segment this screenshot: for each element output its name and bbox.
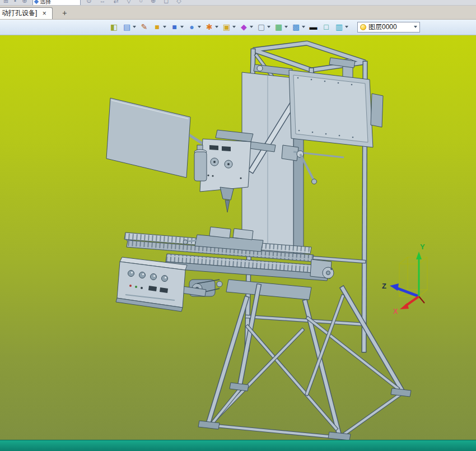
circle-icon[interactable]: ○ xyxy=(139,0,143,4)
exit-door-icon-button[interactable]: ◧ xyxy=(108,22,120,32)
drill-chuck xyxy=(220,187,234,200)
color-grid-icon: ▩ xyxy=(291,22,301,32)
blue-cube-icon-button[interactable]: ■ xyxy=(169,22,185,32)
white-board-icon: ▢ xyxy=(256,22,266,32)
vise-screw xyxy=(187,240,197,241)
layer-combo-value: 图层0000 xyxy=(368,22,397,32)
pen-icon-button[interactable]: ✎ xyxy=(138,22,150,32)
stand-base[interactable] xyxy=(198,286,411,440)
indicator-green xyxy=(135,286,137,288)
document-tab-title: 动打孔设备] xyxy=(2,8,37,18)
dropdown-caret-icon[interactable] xyxy=(267,26,270,28)
handwheel-crank xyxy=(330,268,333,270)
down-icon[interactable]: ▽ xyxy=(127,0,131,4)
viewport-3d[interactable]: Y Z X xyxy=(0,35,476,440)
axis-y-label: Y xyxy=(420,243,425,251)
foot-pad xyxy=(230,383,249,391)
foot-pad xyxy=(198,421,220,429)
pulley xyxy=(257,66,263,71)
selection-filter-label: 选择 xyxy=(40,0,51,6)
left-panel[interactable] xyxy=(106,98,205,178)
leg-back-right xyxy=(343,289,402,390)
white-board-icon-button[interactable]: ▢ xyxy=(255,22,272,32)
diamond-icon[interactable]: ◇ xyxy=(176,0,181,4)
tab-close-button[interactable]: × xyxy=(41,10,48,17)
indicator-red xyxy=(129,285,132,287)
orbit-icon[interactable]: ⊙ xyxy=(86,0,91,4)
orientation-triad[interactable]: Y Z X xyxy=(382,243,427,315)
indicator-dark xyxy=(141,287,143,289)
table-support-plate[interactable] xyxy=(226,280,311,300)
frame-icon[interactable]: ◻ xyxy=(164,0,169,4)
black-line-icon-button[interactable]: ▬ xyxy=(307,22,319,32)
z-axis-arrowhead xyxy=(390,283,399,291)
bottom-beam-right xyxy=(339,394,401,438)
add-icon[interactable]: ⊕ xyxy=(22,0,27,4)
teal-frame-icon-button[interactable]: □ xyxy=(320,22,332,32)
dropdown-caret-icon[interactable] xyxy=(133,26,136,28)
blue-sphere-icon-button[interactable]: ● xyxy=(186,22,202,32)
dropdown-caret-icon[interactable] xyxy=(232,26,236,28)
document-tab[interactable]: 动打孔设备] × xyxy=(0,7,53,19)
layer-combo-caret-icon[interactable] xyxy=(414,26,417,28)
pan-icon[interactable]: ↔ xyxy=(100,0,106,4)
foot-pad xyxy=(391,388,411,397)
color-grid-icon-button[interactable]: ▩ xyxy=(290,22,306,32)
gold-cube-icon-button[interactable]: ■ xyxy=(151,22,167,32)
teal-frame-icon: □ xyxy=(321,22,331,32)
application-window: ⊞▪⊕ 选择 ⊙↔⇄▽○⊕◻◇ 动打孔设备] × + ◧▤✎■■●✱▣◆▢▦▩▬… xyxy=(0,0,476,451)
model-canvas[interactable]: Y Z X xyxy=(0,35,476,440)
grid-icon[interactable]: ⊞ xyxy=(3,0,8,4)
dropdown-caret-icon[interactable] xyxy=(198,26,201,28)
axis-z-label: Z xyxy=(382,282,386,290)
render-palette-icon: ▤ xyxy=(122,22,132,32)
crank-knob xyxy=(312,179,317,184)
orange-wheel-icon-button[interactable]: ✱ xyxy=(203,22,220,32)
render-palette-icon-button[interactable]: ▤ xyxy=(121,22,137,32)
selection-filter-combo[interactable]: 选择 xyxy=(32,0,81,6)
panel-side-tab xyxy=(371,94,383,127)
dropdown-caret-icon[interactable] xyxy=(345,26,348,28)
minor-axis-arrow xyxy=(419,296,424,303)
spindle-motor xyxy=(194,152,207,181)
bulb-icon xyxy=(360,24,366,30)
green-table-icon: ▦ xyxy=(274,22,283,32)
dropdown-caret-icon[interactable] xyxy=(180,26,184,28)
dropdown-caret-icon[interactable] xyxy=(215,26,218,28)
swap-icon[interactable]: ⇄ xyxy=(114,0,119,4)
purple-diamond-icon: ◆ xyxy=(239,22,249,32)
green-table-icon-button[interactable]: ▦ xyxy=(273,22,289,32)
drill-bit xyxy=(225,200,230,212)
orange-wheel-icon: ✱ xyxy=(204,22,214,32)
new-tab-button[interactable]: + xyxy=(59,8,69,18)
cyan-layers-icon-button[interactable]: ▥ xyxy=(333,22,349,32)
purple-diamond-icon-button[interactable]: ◆ xyxy=(238,22,254,32)
gauge-center xyxy=(227,163,230,165)
dropdown-caret-icon[interactable] xyxy=(302,26,305,28)
document-tab-bar: 动打孔设备] × + xyxy=(0,6,476,20)
dropdown-caret-icon[interactable] xyxy=(250,26,253,28)
yellow-box-icon-button[interactable]: ▣ xyxy=(221,22,237,32)
dropdown-caret-icon[interactable] xyxy=(163,26,166,28)
top-toolbar-right-icons: ⊙↔⇄▽○⊕◻◇ xyxy=(86,0,181,4)
panel-inner-frame xyxy=(293,75,368,142)
dropdown-caret-icon[interactable] xyxy=(284,26,288,28)
pin-icon[interactable]: ▪ xyxy=(14,0,16,4)
filter-icon xyxy=(34,0,39,4)
target-icon[interactable]: ⊕ xyxy=(151,0,156,4)
gauge-center xyxy=(213,161,216,163)
yellow-box-icon: ▣ xyxy=(222,22,231,32)
right-panel[interactable] xyxy=(289,58,383,147)
exit-door-icon: ◧ xyxy=(109,22,119,32)
layer-combo[interactable]: 图层0000 xyxy=(357,22,420,32)
screw xyxy=(207,174,209,176)
display-window xyxy=(222,146,231,151)
y-axis-arrowhead xyxy=(416,252,422,259)
toolbar-icons: ◧▤✎■■●✱▣◆▢▦▩▬□▥ xyxy=(108,22,349,32)
status-bar xyxy=(0,440,476,451)
mid-beam-lower xyxy=(247,317,364,324)
vise-jaw xyxy=(209,227,231,238)
display-window xyxy=(209,145,218,150)
axis-x-label: X xyxy=(393,307,398,315)
machine-model[interactable] xyxy=(106,43,411,440)
